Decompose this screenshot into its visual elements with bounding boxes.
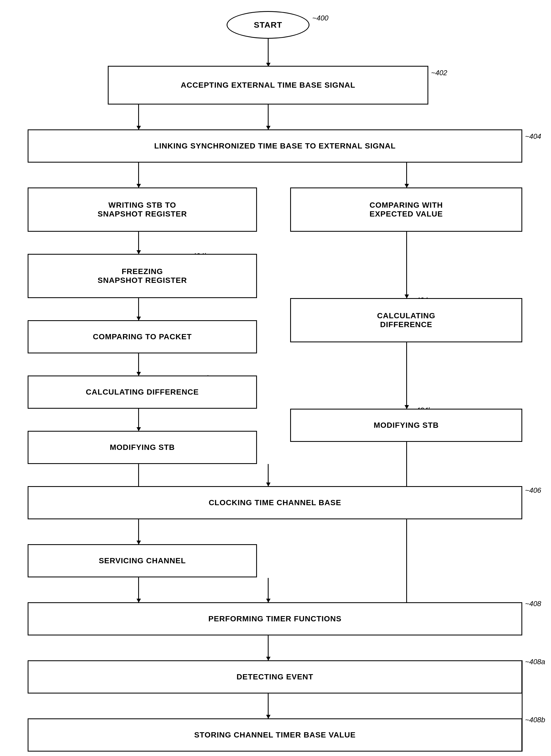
node-404: LINKING SYNCHRONIZED TIME BASE TO EXTERN… (28, 130, 522, 163)
arrow-404b-404c (138, 298, 139, 320)
node-404e: MODIFYING STB (28, 431, 257, 464)
node-404b: FREEZING SNAPSHOT REGISTER (28, 254, 257, 298)
node-408b: STORING CHANNEL TIMER BASE VALUE (28, 718, 522, 752)
node-407: SERVICING CHANNEL (28, 544, 257, 577)
arrow-start-402 (268, 39, 268, 66)
arrow-404d-404e (138, 409, 139, 431)
node-404g: CALCULATING DIFFERENCE (290, 298, 522, 342)
start-node: START (226, 11, 310, 39)
arrow-406-407 (138, 519, 139, 544)
arrow-408a-408b (268, 694, 268, 718)
vline-right-406-408 (406, 519, 407, 602)
arrow-402-center (268, 104, 268, 130)
arrow-to-408 (268, 578, 268, 602)
ref-404: ~404 (525, 132, 541, 141)
arrow-407-408 (138, 577, 139, 602)
flowchart-diagram: START ~400 ACCEPTING EXTERNAL TIME BASE … (0, 0, 551, 756)
ref-408b: ~408b (525, 716, 545, 724)
ref-402: ~402 (431, 68, 447, 77)
node-408a: DETECTING EVENT (28, 660, 522, 694)
arrow-404h-406-line (406, 442, 407, 486)
ref-400: ~400 (312, 14, 329, 22)
node-404h: MODIFYING STB (290, 409, 522, 442)
arrow-404c-404d (138, 353, 139, 375)
node-404f: COMPARING WITH EXPECTED VALUE (290, 188, 522, 232)
arrow-to-406 (268, 464, 268, 486)
arrow-404a-404b (138, 232, 139, 254)
arrow-404e-406-line (138, 464, 139, 486)
arrow-404-right (406, 163, 407, 188)
arrow-408-408a (268, 636, 268, 660)
node-404a: WRITING STB TO SNAPSHOT REGISTER (28, 188, 257, 232)
arrow-402-left (138, 104, 139, 130)
node-402: ACCEPTING EXTERNAL TIME BASE SIGNAL (108, 66, 428, 104)
arrow-404g-404h (406, 342, 407, 409)
ref-406: ~406 (525, 486, 541, 495)
ref-408: ~408 (525, 599, 541, 608)
arrow-404-left (138, 163, 139, 188)
node-408: PERFORMING TIMER FUNCTIONS (28, 602, 522, 636)
node-404d: CALCULATING DIFFERENCE (28, 375, 257, 409)
arrow-404f-404g (406, 232, 407, 298)
node-406: CLOCKING TIME CHANNEL BASE (28, 486, 522, 519)
node-404c: COMPARING TO PACKET (28, 320, 257, 353)
bottom-bracket-v (522, 660, 523, 752)
ref-408a: ~408a (525, 658, 545, 666)
